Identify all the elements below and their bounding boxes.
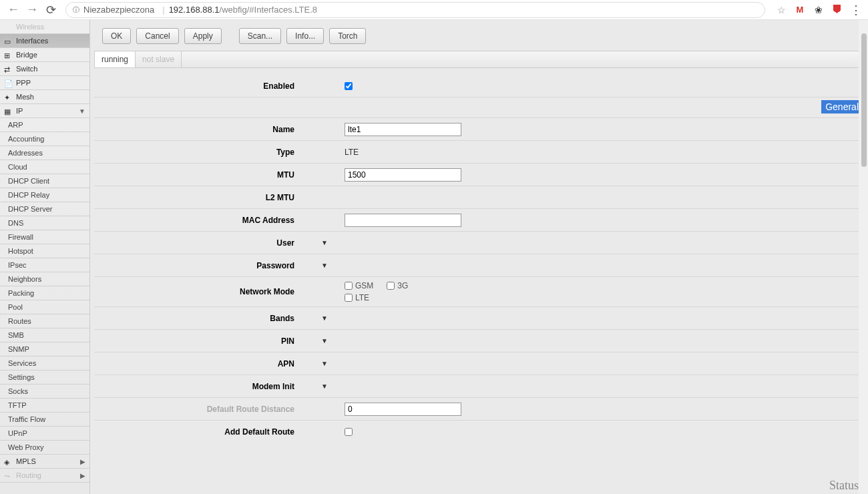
mpls-icon: ◈	[4, 458, 13, 465]
sidebar-item-routes[interactable]: Routes	[0, 314, 89, 328]
sidebar-item-arp[interactable]: ARP	[0, 118, 89, 132]
type-value: LTE	[345, 148, 359, 157]
enabled-label: Enabled	[94, 81, 308, 91]
apn-expand[interactable]: ▼	[321, 360, 328, 367]
vertical-scrollbar[interactable]	[859, 20, 868, 494]
sidebar-item-packing[interactable]: Packing	[0, 286, 89, 300]
password-label: Password	[94, 261, 308, 270]
info-icon: ⓘ	[73, 5, 79, 15]
chevron-right-icon: ▶	[80, 472, 85, 479]
info-button[interactable]: Info...	[286, 28, 324, 44]
mtu-input[interactable]	[345, 168, 461, 182]
mtu-label: MTU	[94, 170, 308, 180]
sidebar-item-routing[interactable]: ⤳Routing▶	[0, 469, 89, 483]
url-path: /webfig/#Interfaces.LTE.8	[220, 5, 317, 15]
password-expand[interactable]: ▼	[321, 262, 328, 269]
ip-icon: ▦	[4, 107, 13, 114]
network-mode-gsm[interactable]: GSM	[345, 281, 373, 290]
mac-input[interactable]	[345, 214, 461, 227]
scroll-thumb[interactable]	[861, 33, 867, 167]
bookmark-star-icon[interactable]: ☆	[775, 3, 788, 17]
sidebar-item-services[interactable]: Services	[0, 356, 89, 370]
user-expand[interactable]: ▼	[321, 239, 328, 246]
modem-init-label: Modem Init	[94, 382, 308, 391]
toolbar: OK Cancel Apply Scan... Info... Torch	[94, 24, 864, 51]
sidebar-item-wireless[interactable]: Wireless	[0, 20, 89, 34]
l2mtu-label: L2 MTU	[94, 193, 308, 202]
status-corner: Status	[829, 479, 859, 493]
pin-expand[interactable]: ▼	[321, 337, 328, 344]
sidebar-item-dhcp-server[interactable]: DHCP Server	[0, 202, 89, 216]
sidebar-item-dhcp-client[interactable]: DHCP Client	[0, 174, 89, 188]
ok-button[interactable]: OK	[102, 28, 131, 44]
network-mode-3g[interactable]: 3G	[387, 281, 408, 290]
sidebar-item-tftp[interactable]: TFTP	[0, 399, 89, 413]
sidebar-item-dns[interactable]: DNS	[0, 216, 89, 230]
sidebar-item-snmp[interactable]: SNMP	[0, 342, 89, 356]
sidebar-item-socks[interactable]: Socks	[0, 385, 89, 399]
mesh-icon: ✦	[4, 93, 13, 100]
chevron-down-icon: ▼	[79, 107, 85, 115]
sidebar-item-traffic-flow[interactable]: Traffic Flow	[0, 413, 89, 427]
status-tabs: running not slave	[94, 51, 864, 68]
sidebar-item-hotspot[interactable]: Hotspot	[0, 244, 89, 258]
sidebar-item-smb[interactable]: SMB	[0, 328, 89, 342]
bands-expand[interactable]: ▼	[321, 314, 328, 322]
torch-button[interactable]: Torch	[329, 28, 366, 44]
sidebar-item-ipsec[interactable]: IPsec	[0, 258, 89, 272]
apply-button[interactable]: Apply	[184, 28, 222, 44]
add-default-route-checkbox[interactable]	[345, 428, 353, 436]
section-general: General	[821, 100, 863, 113]
sidebar-item-dhcp-relay[interactable]: DHCP Relay	[0, 188, 89, 202]
browser-back-button[interactable]: ←	[5, 2, 21, 18]
sidebar-item-web-proxy[interactable]: Web Proxy	[0, 441, 89, 455]
sidebar-item-addresses[interactable]: Addresses	[0, 146, 89, 160]
sidebar-item-interfaces[interactable]: ▭Interfaces	[0, 34, 89, 48]
name-input[interactable]	[345, 123, 461, 136]
shield-icon[interactable]: ⛊	[831, 3, 844, 17]
default-route-distance-input[interactable]	[345, 403, 461, 416]
url-bar[interactable]: ⓘ Niezabezpieczona | 192.168.88.1/webfig…	[65, 2, 765, 18]
sidebar-item-upnp[interactable]: UPnP	[0, 427, 89, 441]
user-label: User	[94, 238, 308, 248]
sidebar-item-mpls[interactable]: ◈MPLS▶	[0, 455, 89, 469]
type-label: Type	[94, 148, 308, 157]
apn-label: APN	[94, 359, 308, 368]
sidebar-item-switch[interactable]: ⇄Switch	[0, 62, 89, 76]
sidebar-item-accounting[interactable]: Accounting	[0, 132, 89, 146]
sidebar-item-ppp[interactable]: 📄PPP	[0, 76, 89, 90]
sidebar-item-settings[interactable]: Settings	[0, 370, 89, 385]
status-not-slave: not slave	[136, 51, 182, 67]
sidebar-item-mesh[interactable]: ✦Mesh	[0, 90, 89, 104]
url-host: 192.168.88.1	[169, 5, 220, 15]
scan-button[interactable]: Scan...	[239, 28, 281, 44]
sidebar-item-ip[interactable]: ▦IP▼	[0, 104, 89, 118]
sidebar-item-neighbors[interactable]: Neighbors	[0, 272, 89, 286]
cancel-button[interactable]: Cancel	[136, 28, 178, 44]
switch-icon: ⇄	[4, 65, 13, 72]
sidebar-item-bridge[interactable]: ⊞Bridge	[0, 48, 89, 62]
browser-forward-button[interactable]: →	[24, 2, 40, 18]
gmail-icon[interactable]: M	[793, 3, 807, 17]
enabled-checkbox[interactable]	[345, 82, 353, 90]
routing-icon: ⤳	[4, 472, 13, 479]
sidebar-item-firewall[interactable]: Firewall	[0, 230, 89, 244]
browser-reload-button[interactable]: ⟳	[43, 2, 59, 18]
ppp-icon: 📄	[4, 79, 13, 86]
add-default-route-label: Add Default Route	[94, 427, 308, 437]
network-mode-lte[interactable]: LTE	[345, 293, 369, 302]
main-panel: OK Cancel Apply Scan... Info... Torch ru…	[90, 20, 868, 494]
network-mode-label: Network Mode	[94, 287, 308, 296]
browser-menu-icon[interactable]: ⋮	[849, 3, 863, 17]
chevron-right-icon: ▶	[80, 458, 85, 465]
bands-label: Bands	[94, 314, 308, 323]
status-running: running	[95, 51, 136, 67]
pin-label: PIN	[94, 336, 308, 346]
sidebar-item-cloud[interactable]: Cloud	[0, 160, 89, 174]
extension-icon[interactable]: ❀	[812, 3, 825, 17]
security-status: Niezabezpieczona	[83, 5, 154, 15]
modem-init-expand[interactable]: ▼	[321, 383, 328, 390]
sidebar-item-pool[interactable]: Pool	[0, 300, 89, 314]
name-label: Name	[94, 125, 308, 134]
sidebar: Wireless ▭Interfaces ⊞Bridge ⇄Switch 📄PP…	[0, 20, 90, 494]
